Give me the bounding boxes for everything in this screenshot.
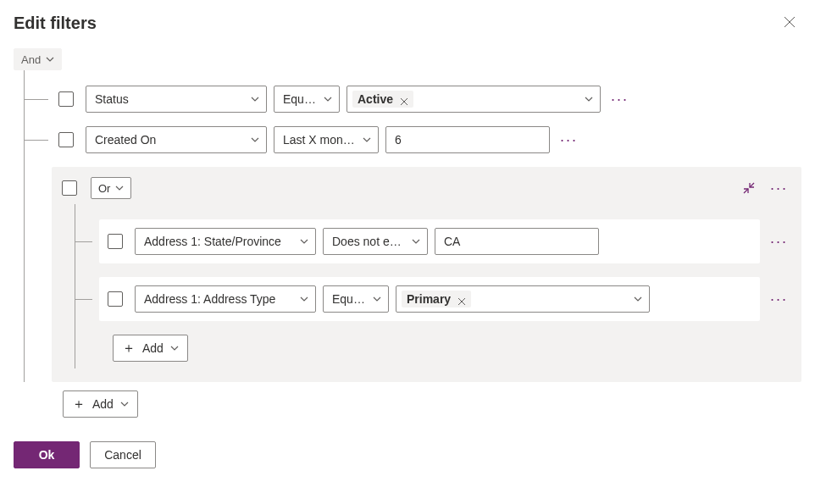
- add-label: Add: [142, 341, 164, 355]
- chevron-down-icon: [120, 400, 129, 408]
- remove-tag-button[interactable]: [400, 95, 408, 103]
- group-header: Or ···: [62, 177, 791, 199]
- condition-row: Created On Last X months ···: [25, 119, 801, 160]
- chevron-down-icon: [251, 136, 259, 144]
- add-condition-button[interactable]: ＋ Add: [63, 390, 138, 418]
- condition-row: Status Equals Active: [25, 79, 801, 119]
- group-body: Address 1: State/Province Does not equal: [75, 204, 791, 368]
- close-icon: [400, 97, 408, 106]
- row-more-button[interactable]: ···: [557, 132, 581, 147]
- root-operator-label: And: [21, 53, 41, 66]
- field-label: Status: [95, 92, 129, 106]
- field-label: Created On: [95, 133, 156, 147]
- row-more-button[interactable]: ···: [767, 291, 791, 307]
- operator-label: Last X months: [283, 133, 356, 147]
- collapse-group-button[interactable]: [743, 182, 755, 194]
- operator-select[interactable]: Last X months: [274, 126, 379, 153]
- row-checkbox[interactable]: [58, 91, 74, 107]
- condition-card: Address 1: Address Type Equals: [99, 277, 760, 321]
- field-select[interactable]: Address 1: State/Province: [135, 228, 316, 255]
- value-select[interactable]: Active: [347, 86, 601, 113]
- chevron-down-icon: [170, 344, 179, 352]
- operator-select[interactable]: Equals: [323, 285, 389, 313]
- chevron-down-icon: [324, 95, 332, 103]
- value-tag-label: Active: [358, 92, 393, 106]
- field-select[interactable]: Status: [86, 86, 267, 113]
- operator-select[interactable]: Does not equal: [323, 228, 428, 255]
- value-select[interactable]: Primary: [396, 285, 650, 313]
- chevron-down-icon: [585, 95, 593, 103]
- chevron-down-icon: [115, 184, 124, 192]
- value-input[interactable]: [385, 126, 550, 153]
- chevron-down-icon: [373, 295, 381, 303]
- chevron-down-icon: [634, 295, 642, 303]
- cancel-button[interactable]: Cancel: [90, 441, 156, 468]
- filter-tree: And Status Equals: [14, 48, 801, 418]
- chevron-down-icon: [412, 237, 420, 246]
- operator-label: Equals: [283, 92, 317, 106]
- plus-icon: ＋: [122, 341, 136, 355]
- chevron-down-icon: [46, 55, 54, 64]
- close-icon: [784, 16, 796, 28]
- row-more-button[interactable]: ···: [607, 91, 632, 107]
- close-button[interactable]: [779, 12, 800, 32]
- row-more-button[interactable]: ···: [767, 234, 791, 249]
- field-label: Address 1: State/Province: [144, 235, 281, 248]
- condition-group: Or ···: [52, 167, 801, 382]
- ok-label: Ok: [39, 448, 55, 462]
- panel-title: Edit filters: [14, 14, 801, 33]
- value-tag: Primary: [402, 291, 471, 307]
- group-connector: [25, 186, 52, 186]
- group-add-row: ＋ Add: [75, 328, 791, 368]
- close-icon: [457, 297, 466, 306]
- row-checkbox[interactable]: [108, 234, 123, 249]
- row-checkbox[interactable]: [58, 132, 74, 147]
- group-actions: ···: [743, 180, 791, 196]
- dialog-actions: Ok Cancel: [14, 441, 801, 468]
- add-label: Add: [92, 397, 114, 411]
- value-tag-label: Primary: [407, 292, 451, 306]
- chevron-down-icon: [300, 295, 308, 303]
- condition-card: Address 1: State/Province Does not equal: [99, 219, 760, 263]
- root-operator-pill[interactable]: And: [14, 48, 62, 70]
- group-checkbox[interactable]: [62, 180, 77, 196]
- field-select[interactable]: Address 1: Address Type: [135, 285, 316, 313]
- row-checkbox[interactable]: [108, 291, 123, 307]
- chevron-down-icon: [251, 95, 259, 103]
- chevron-down-icon: [300, 237, 308, 246]
- chevron-down-icon: [363, 136, 371, 144]
- operator-select[interactable]: Equals: [274, 86, 340, 113]
- value-input[interactable]: [435, 228, 599, 255]
- remove-tag-button[interactable]: [457, 295, 466, 303]
- group-operator-label: Or: [98, 182, 110, 195]
- cancel-label: Cancel: [104, 448, 141, 462]
- group-more-button[interactable]: ···: [767, 180, 791, 196]
- ok-button[interactable]: Ok: [14, 441, 80, 468]
- operator-label: Does not equal: [332, 235, 405, 248]
- add-condition-button[interactable]: ＋ Add: [113, 335, 188, 362]
- root-body: Status Equals Active: [24, 70, 801, 382]
- field-select[interactable]: Created On: [86, 126, 267, 153]
- value-tag: Active: [352, 91, 413, 108]
- plus-icon: ＋: [72, 397, 86, 411]
- condition-row: Address 1: Address Type Equals: [75, 270, 791, 328]
- group-operator-pill[interactable]: Or: [91, 177, 131, 199]
- field-label: Address 1: Address Type: [144, 292, 275, 306]
- operator-label: Equals: [332, 292, 366, 306]
- edit-filters-panel: Edit filters And Status Equals: [0, 0, 815, 482]
- root-add-row: ＋ Add: [63, 390, 801, 418]
- collapse-icon: [743, 182, 755, 194]
- condition-row: Address 1: State/Province Does not equal: [75, 213, 791, 270]
